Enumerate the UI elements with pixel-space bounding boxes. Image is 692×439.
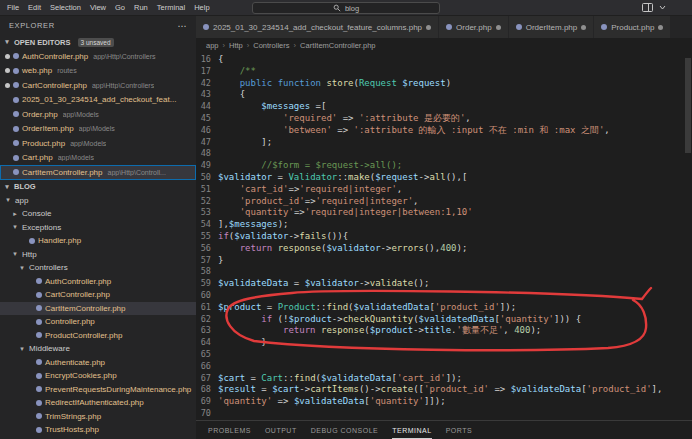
tree-item[interactable]: ▾app (0, 194, 196, 208)
breadcrumb: app›Http›Controllers›CartItemController.… (196, 38, 692, 53)
open-editor-item[interactable]: CartItemController.phpapp\Http\Controll.… (0, 165, 196, 180)
code-line: 57} (196, 255, 692, 267)
line-number: 58 (196, 266, 218, 278)
close-icon[interactable] (581, 25, 586, 30)
open-editor-item[interactable]: Order.phpapp\Models (0, 107, 196, 122)
open-editor-item[interactable]: AuthController.phpapp\Http\Controllers (0, 49, 196, 64)
chevron-down-icon: ▾ (3, 38, 11, 46)
tree-item[interactable]: AuthController.php (0, 275, 196, 289)
more-actions-icon[interactable]: ⋯ (177, 21, 187, 31)
code-line: 52 'product_id'=>'required|integer', (196, 196, 692, 208)
menu-go[interactable]: Go (115, 3, 125, 12)
tab-2025-01-30-234514-add-checkout-feature-columns-php[interactable]: 2025_01_30_234514_add_checkout_feature_c… (196, 16, 439, 38)
panel-tab-output[interactable]: OUTPUT (265, 421, 297, 439)
tree-item[interactable]: CartItemController.php (0, 302, 196, 316)
command-center-search[interactable]: blog (252, 2, 440, 14)
tree-item[interactable]: PreventRequestsDuringMaintenance.php (0, 383, 196, 397)
tab-orderitem-php[interactable]: OrderItem.php (509, 16, 595, 38)
tab-label: 2025_01_30_234514_add_checkout_feature_c… (213, 23, 422, 32)
tree-item[interactable]: ▸Console (0, 207, 196, 221)
menu-view[interactable]: View (90, 3, 106, 12)
modified-dot (5, 112, 10, 117)
modified-dot (5, 126, 10, 131)
breadcrumb-item[interactable]: Controllers (253, 41, 289, 50)
chevron-down-icon: ▾ (3, 183, 11, 191)
code-line: 43 { (196, 89, 692, 101)
file-name: Order.php (22, 110, 58, 119)
tree-item[interactable]: Authenticate.php (0, 356, 196, 370)
line-number: 59 (196, 278, 218, 290)
open-editor-item[interactable]: Product.phpapp\Models (0, 136, 196, 151)
tree-item[interactable]: ProductController.php (0, 329, 196, 343)
close-icon[interactable] (496, 25, 501, 30)
menu-terminal[interactable]: Terminal (157, 3, 185, 12)
tab-order-php[interactable]: Order.php (439, 16, 509, 38)
code-line: 62 if (!$product->checkQuantity($validat… (196, 314, 692, 326)
panel-tab-ports[interactable]: PORTS (446, 421, 473, 439)
close-icon[interactable] (426, 25, 431, 30)
line-content: } (218, 337, 267, 349)
line-content: $validator = Validator::make($request->a… (218, 172, 467, 184)
open-editor-item[interactable]: 2025_01_30_234514_add_checkout_feat... (0, 93, 196, 108)
line-number: 63 (196, 325, 218, 337)
editor-scrollbar[interactable] (685, 58, 691, 153)
folder-name: Http (22, 250, 37, 259)
customize-layout-icon[interactable] (642, 3, 653, 12)
file-name: CartController.php (22, 81, 87, 90)
modified-dot (5, 97, 10, 102)
file-name: AuthController.php (45, 277, 111, 286)
tree-item[interactable]: ▾Middleware (0, 342, 196, 356)
line-number: 49 (196, 160, 218, 172)
tree-item[interactable]: EncryptCookies.php (0, 369, 196, 383)
panel-tab-debug-console[interactable]: DEBUG CONSOLE (311, 421, 379, 439)
breadcrumb-separator-icon: › (247, 41, 250, 50)
modified-dot (5, 54, 10, 59)
tree-item[interactable]: Controller.php (0, 315, 196, 329)
code-line: 49 //$form = $request->all(); (196, 160, 692, 172)
open-editor-item[interactable]: CartController.phpapp\Http\Controllers (0, 78, 196, 93)
menu-edit[interactable]: Edit (28, 3, 41, 12)
menu-help[interactable]: Help (194, 3, 209, 12)
tree-item[interactable]: CartController.php (0, 288, 196, 302)
code-editor[interactable]: 16{17 /**42 public function store(Reques… (196, 53, 692, 420)
tree-item[interactable]: TrimStrings.php (0, 410, 196, 424)
menu-bar: FileEditSelectionViewGoRunTerminalHelp (0, 3, 210, 12)
tab-product-php[interactable]: Product.php (594, 16, 671, 38)
menu-selection[interactable]: Selection (50, 3, 81, 12)
open-editor-item[interactable]: web.phproutes (0, 64, 196, 79)
php-file-icon (36, 386, 42, 392)
breadcrumb-item[interactable]: CartItemController.php (300, 41, 375, 50)
chevron-down-icon[interactable] (659, 5, 666, 10)
file-name: web.php (22, 66, 52, 75)
breadcrumb-item[interactable]: app (206, 41, 219, 50)
panel-tab-problems[interactable]: PROBLEMS (208, 421, 251, 439)
menu-run[interactable]: Run (134, 3, 148, 12)
file-path: app\Models (63, 111, 99, 118)
php-file-icon (36, 305, 42, 311)
php-file-icon (36, 278, 42, 284)
tree-item[interactable]: ▾Exceptions (0, 221, 196, 235)
workspace-header[interactable]: ▾ BLOG (0, 180, 196, 194)
code-line: 44 $messages =[ (196, 101, 692, 113)
tree-item[interactable]: TrustHosts.php (0, 423, 196, 437)
open-editors-header[interactable]: ▾ OPEN EDITORS 3 unsaved (0, 35, 196, 49)
php-file-icon (13, 126, 19, 132)
close-icon[interactable] (658, 25, 663, 30)
open-editor-item[interactable]: Cart.phpapp\Models (0, 151, 196, 166)
file-name: ProductController.php (45, 331, 122, 340)
code-line: 46 'between' => ':attribute 的輸入 :input 不… (196, 125, 692, 137)
line-number: 45 (196, 113, 218, 125)
file-name: Cart.php (22, 153, 53, 162)
line-content: return response($validator->errors(),400… (218, 243, 467, 255)
open-editor-item[interactable]: OrderItem.phpapp\Models (0, 122, 196, 137)
menu-file[interactable]: File (7, 3, 19, 12)
panel-tab-bar: PROBLEMSOUTPUTDEBUG CONSOLETERMINALPORTS (196, 420, 692, 439)
tree-item[interactable]: ▾Controllers (0, 261, 196, 275)
tree-item[interactable]: ▾Http (0, 248, 196, 262)
line-content: ],$messages); (218, 219, 288, 231)
panel-tab-terminal[interactable]: TERMINAL (392, 421, 431, 439)
folder-name: Middleware (29, 344, 70, 353)
breadcrumb-item[interactable]: Http (229, 41, 243, 50)
tree-item[interactable]: RedirectIfAuthenticated.php (0, 396, 196, 410)
tree-item[interactable]: Handler.php (0, 234, 196, 248)
